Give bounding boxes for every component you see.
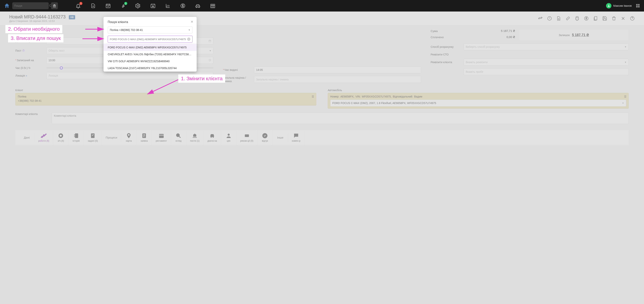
req-client-label: Реквізити клієнта	[431, 61, 461, 64]
annotation-3: 3. Вписати для пошук	[8, 34, 64, 42]
wrench-badge: 1	[124, 2, 127, 5]
apps-grid-icon[interactable]	[636, 4, 640, 8]
tab-tasks[interactable]: задачі (0)	[84, 130, 102, 145]
calendar-check-icon[interactable]	[106, 3, 111, 9]
brake-icon	[58, 133, 64, 139]
tab-recommendations[interactable]: реком-ції (0)	[236, 130, 258, 145]
magnify-icon	[176, 133, 182, 139]
schedule-icon	[158, 133, 164, 139]
dollar-icon[interactable]	[180, 3, 186, 9]
tab-works[interactable]: роботи (6)	[34, 130, 53, 145]
tab-parts[interactable]: з/ч (4)	[53, 130, 68, 145]
auto-vin: WF05XXGCD57U74975,	[362, 95, 392, 98]
new-doc-icon[interactable]	[90, 3, 96, 9]
save-icon[interactable]	[602, 16, 607, 21]
delete-icon[interactable]	[612, 16, 616, 21]
modal-search-input-wrap[interactable]: ✕	[108, 36, 192, 43]
link-icon[interactable]	[566, 16, 570, 21]
chevron-down-icon: ▼	[624, 61, 626, 63]
car-icon[interactable]	[195, 3, 200, 9]
client-name[interactable]: Поліна	[18, 95, 26, 98]
clear-icon[interactable]: ✕	[187, 38, 190, 41]
modal-close-icon[interactable]: ✕	[191, 20, 193, 24]
comments-textarea[interactable]	[52, 112, 629, 124]
arrow-icon	[146, 79, 180, 96]
warning-icon[interactable]	[547, 16, 552, 21]
transfer-icon[interactable]	[538, 16, 543, 21]
tab-map[interactable]: карта	[121, 130, 136, 145]
dropdown-option[interactable]: VW CITI GOLF AE6653PX WVWZZZ19ZGB469940	[104, 58, 197, 65]
dropdown-option[interactable]: FORD FOCUS C-MAX (DM2) AE6658PX WF05XXGC…	[104, 44, 197, 51]
req-client-select[interactable]: Вкажіть реквізити▼	[464, 59, 629, 66]
checklist-icon	[90, 133, 96, 139]
bell-icon[interactable]: 2	[76, 3, 81, 9]
client-menu-icon[interactable]: ☰	[312, 95, 314, 98]
svg-rect-11	[638, 6, 640, 8]
header-actions	[538, 16, 635, 21]
print-icon[interactable]	[574, 16, 580, 21]
user-menu[interactable]: Максим Іванов	[606, 3, 640, 9]
tab-processes[interactable]: Процеси	[102, 133, 121, 142]
tab-history[interactable]: історія	[68, 130, 84, 145]
svg-rect-6	[211, 4, 215, 8]
markup-input[interactable]: Загальна націнка / знижка	[254, 76, 421, 83]
paid-value: 0,00 ₴	[506, 35, 515, 39]
vehicle-select[interactable]: FORD FOCUS C-MAX (DM2), 2007, 1.8 Flexif…	[330, 100, 626, 106]
arrow-icon	[82, 37, 106, 41]
sum-value: 5 187,71 ₴	[501, 29, 516, 33]
user-name-label: Максим Іванов	[613, 4, 632, 7]
vehicle-dropdown: FORD FOCUS C-MAX (DM2) AE6658PX WF05XXGC…	[104, 44, 197, 72]
auto-number: AE6658PX,	[340, 95, 354, 98]
copy-doc-icon[interactable]	[593, 16, 598, 21]
wrench-icon[interactable]: 1	[120, 3, 126, 9]
tab-review[interactable]: відгук	[258, 130, 273, 145]
search-input[interactable]	[14, 4, 48, 7]
tab-shop[interactable]: цех	[221, 130, 236, 145]
person-calendar-icon[interactable]	[150, 3, 156, 9]
close-icon[interactable]	[620, 16, 626, 21]
svg-point-24	[211, 137, 212, 138]
avatar-icon	[606, 3, 612, 9]
svg-point-19	[60, 135, 62, 137]
thumbs-up-icon	[262, 133, 268, 139]
balance-value[interactable]: 5 187,71 ₴	[572, 33, 589, 37]
svg-rect-14	[594, 17, 597, 20]
chevrons-right-icon[interactable]: »	[26, 74, 27, 77]
home-icon[interactable]	[4, 3, 10, 9]
svg-line-31	[148, 80, 178, 94]
tab-other[interactable]: Інше	[273, 133, 288, 142]
tab-data[interactable]: Дані	[19, 133, 34, 142]
help-icon[interactable]	[630, 16, 635, 21]
history-icon	[73, 133, 79, 139]
client-phone[interactable]: +38(066) 702-38-41	[18, 99, 42, 102]
tab-request[interactable]: заявка	[136, 130, 152, 145]
tab-regulation[interactable]: регламент	[152, 130, 171, 145]
grid-calendar-icon[interactable]	[210, 3, 216, 9]
auto-menu-icon[interactable]: ☰	[624, 95, 626, 98]
chart-icon[interactable]	[165, 3, 170, 9]
auto-section-label: Автомобіль	[328, 89, 629, 92]
dropdown-option[interactable]: LADA TOSCANA (2107) AE6652PX Y6L2107005L…	[104, 65, 197, 72]
tab-comment[interactable]: комен-р	[288, 130, 304, 145]
modal-client-select[interactable]: Поліна +38(066) 702-38-41 ▼	[108, 27, 192, 33]
post-label: Пост ⏱	[15, 49, 44, 52]
issue-time-input[interactable]: 14:05	[254, 66, 421, 73]
modal-search-input[interactable]	[110, 38, 187, 41]
chevron-down-icon: ▼	[188, 29, 190, 31]
method-select[interactable]: Виберіть спосіб розрахунку▼	[464, 43, 629, 50]
client-search-modal: ✕ Пошук клієнта Поліна +38(066) 702-38-4…	[104, 17, 197, 72]
institution-button[interactable]	[51, 2, 58, 9]
mileage-input[interactable]: Вкажіть пробіг	[464, 68, 629, 75]
tab-inspection[interactable]: огляд	[171, 130, 186, 145]
tab-diagnostic[interactable]: діагно-ка	[204, 130, 221, 145]
svg-rect-1	[106, 4, 110, 8]
gear-icon[interactable]	[135, 3, 141, 9]
dropdown-option[interactable]: CHEVROLET AVEO / KALOS Ліфтбек (T200) AE…	[104, 51, 197, 58]
payment-icon[interactable]	[584, 16, 589, 21]
tab-posts[interactable]: пости (1)	[186, 130, 204, 145]
svg-point-7	[608, 5, 609, 6]
paid-label: Сплачено	[431, 36, 444, 39]
map-pin-icon	[126, 133, 132, 139]
doc-download-icon[interactable]	[556, 16, 561, 21]
global-search[interactable]	[12, 2, 49, 9]
